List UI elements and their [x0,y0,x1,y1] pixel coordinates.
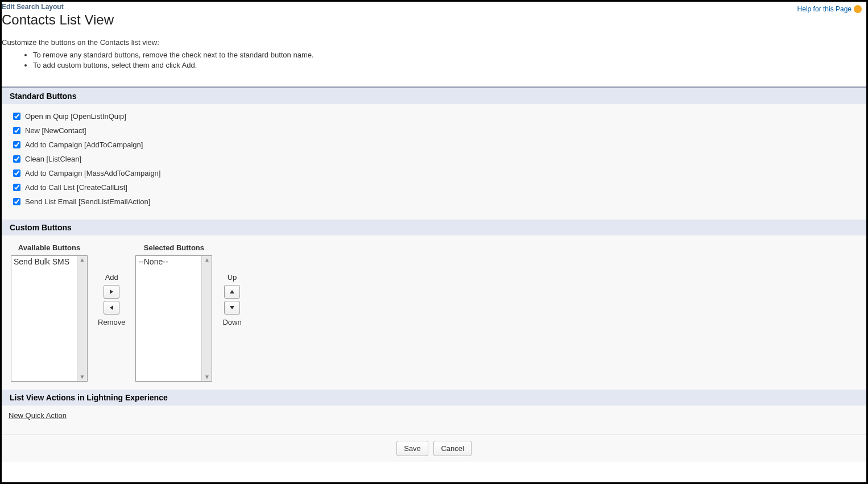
move-up-button[interactable] [224,285,240,299]
move-down-button[interactable] [224,301,240,315]
arrow-left-icon [109,305,114,311]
instruction-item: To remove any standard buttons, remove t… [33,50,861,60]
svg-marker-0 [110,289,113,294]
standard-button-row: Add to Campaign [MassAddToCampaign] [13,169,855,177]
standard-button-checkbox-open-in-quip[interactable] [13,113,20,120]
standard-button-label: Send List Email [SendListEmailAction] [25,197,150,206]
scroll-down-icon: ▼ [80,374,85,380]
available-button-item[interactable]: Send Bulk SMS [11,256,87,267]
standard-buttons-header: Standard Buttons [2,88,866,104]
help-link-label: Help for this Page [797,5,852,13]
lightning-actions-header: List View Actions in Lightning Experienc… [2,390,866,406]
selected-buttons-listbox[interactable]: --None-- ▲ ▼ [135,255,212,382]
selected-button-item[interactable]: --None-- [136,256,212,267]
help-icon [854,5,862,13]
arrow-down-icon [229,305,235,311]
standard-button-checkbox-mass-add-to-campaign[interactable] [13,169,20,177]
available-buttons-listbox[interactable]: Send Bulk SMS ▲ ▼ [11,255,88,382]
add-button[interactable] [104,285,119,299]
standard-button-row: Add to Call List [CreateCallList] [13,183,855,192]
standard-button-row: Send List Email [SendListEmailAction] [13,197,855,206]
footer-bar: Save Cancel [2,435,866,462]
standard-button-label: Add to Campaign [MassAddToCampaign] [25,169,160,177]
standard-button-row: Clean [ListClean] [13,155,855,163]
cancel-button[interactable]: Cancel [433,441,471,456]
scroll-up-icon: ▲ [204,257,210,263]
standard-button-row: Open in Quip [OpenListInQuip] [13,112,855,121]
standard-button-checkbox-add-to-call-list[interactable] [13,184,20,191]
remove-button[interactable] [104,301,119,315]
listbox-scrollbar[interactable]: ▲ ▼ [77,256,87,381]
instructions-list: To remove any standard buttons, remove t… [33,50,861,71]
custom-buttons-body: Available Buttons Send Bulk SMS ▲ ▼ Add … [2,235,866,390]
standard-button-checkbox-add-to-campaign[interactable] [13,141,20,148]
standard-button-label: Add to Campaign [AddToCampaign] [25,140,143,149]
instruction-item: To add custom buttons, select them and c… [33,60,861,71]
page-description: Customize the buttons on the Contacts li… [2,38,861,47]
lightning-actions-body: New Quick Action [2,406,866,435]
custom-buttons-header: Custom Buttons [2,220,866,235]
selected-buttons-label: Selected Buttons [144,243,204,252]
standard-button-label: Add to Call List [CreateCallList] [25,183,127,192]
arrow-up-icon [229,289,235,295]
breadcrumb: Edit Search Layout [2,3,861,11]
standard-button-checkbox-new[interactable] [13,127,20,134]
page-title: Contacts List View [2,12,861,28]
up-label: Up [228,273,237,282]
standard-button-row: New [NewContact] [13,126,855,135]
standard-button-label: New [NewContact] [25,126,86,135]
scroll-up-icon: ▲ [80,257,85,263]
available-buttons-label: Available Buttons [18,243,80,252]
standard-button-checkbox-send-list-email[interactable] [13,198,20,205]
down-label: Down [222,318,241,326]
svg-marker-3 [230,306,234,309]
listbox-scrollbar[interactable]: ▲ ▼ [201,256,212,381]
standard-button-row: Add to Campaign [AddToCampaign] [13,140,855,149]
arrow-right-icon [109,289,114,295]
standard-button-label: Open in Quip [OpenListInQuip] [25,112,126,121]
standard-button-checkbox-clean[interactable] [13,155,20,163]
save-button[interactable]: Save [396,441,428,456]
svg-marker-1 [110,305,113,310]
add-label: Add [105,273,118,282]
remove-label: Remove [98,318,125,326]
standard-button-label: Clean [ListClean] [25,155,81,163]
scroll-down-icon: ▼ [204,374,210,380]
svg-marker-2 [230,290,234,293]
help-for-this-page-link[interactable]: Help for this Page [797,5,862,13]
new-quick-action-link[interactable]: New Quick Action [9,411,67,420]
standard-buttons-body: Open in Quip [OpenListInQuip] New [NewCo… [2,104,866,220]
